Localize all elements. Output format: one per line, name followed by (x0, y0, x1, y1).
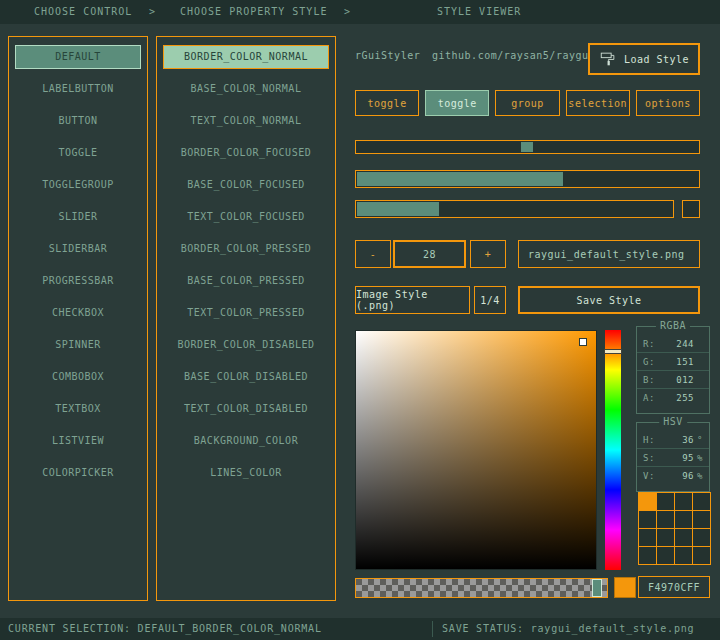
hex-value-box[interactable]: F4970CFF (638, 576, 710, 598)
property-list-item[interactable]: BORDER_COLOR_NORMAL (163, 45, 329, 69)
control-list-item[interactable]: SPINNER (15, 333, 141, 357)
control-list-item[interactable]: COLORPICKER (15, 461, 141, 485)
property-list-item[interactable]: TEXT_COLOR_PRESSED (163, 301, 329, 325)
alpha-handle[interactable] (592, 579, 602, 597)
property-list-item[interactable]: BASE_COLOR_NORMAL (163, 77, 329, 101)
palette-swatch[interactable] (657, 547, 675, 565)
property-list-item[interactable]: BORDER_COLOR_DISABLED (163, 333, 329, 357)
toggle-group-item[interactable]: options (636, 90, 700, 116)
property-list-item[interactable]: TEXT_COLOR_FOCUSED (163, 205, 329, 229)
rgba-group: RGBA R: 244 G: 151 B: 012 A: (636, 326, 710, 414)
load-style-label: Load Style (624, 54, 689, 65)
spinner-value-box[interactable]: 28 (393, 240, 466, 268)
hsv-group-label: HSV (659, 416, 687, 427)
control-list-item[interactable]: SLIDER (15, 205, 141, 229)
repo-link[interactable]: github.com/raysan5/raygui (432, 36, 595, 76)
control-list-item[interactable]: LABELBUTTON (15, 77, 141, 101)
style-viewer-panel: rGuiStyler github.com/raysan5/raygui Loa… (352, 36, 712, 601)
toggle-group-item[interactable]: group (495, 90, 559, 116)
toggle-group-item[interactable]: toggle (425, 90, 489, 116)
channel-value: 151 (676, 357, 694, 367)
palette-swatch[interactable] (639, 511, 657, 529)
rgba-value-row: G: 151 (637, 353, 709, 371)
palette-swatch[interactable] (693, 529, 711, 547)
channel-unit: ° (697, 435, 703, 445)
status-bar: CURRENT SELECTION: DEFAULT_BORDER_COLOR_… (0, 618, 720, 640)
rgba-group-label: RGBA (656, 320, 690, 331)
property-list-item[interactable]: TEXT_COLOR_DISABLED (163, 397, 329, 421)
palette-swatch[interactable] (657, 511, 675, 529)
rgba-rows: R: 244 G: 151 B: 012 A: 255 (637, 335, 709, 407)
hsv-value-row: H: 36 ° (637, 431, 709, 449)
palette-swatch[interactable] (639, 547, 657, 565)
property-list-item[interactable]: BASE_COLOR_DISABLED (163, 365, 329, 389)
checkbox[interactable] (682, 200, 700, 218)
property-list-item[interactable]: BASE_COLOR_PRESSED (163, 269, 329, 293)
hue-marker[interactable] (604, 349, 622, 354)
hsv-rows: H: 36 ° S: 95 % V: 96 % (637, 431, 709, 485)
control-list-item[interactable]: TOGGLE (15, 141, 141, 165)
palette-swatch[interactable] (675, 547, 693, 565)
load-style-button[interactable]: Load Style (588, 43, 700, 75)
spinner-decrement-button[interactable]: - (355, 240, 391, 268)
property-list-item[interactable]: BACKGROUND_COLOR (163, 429, 329, 453)
channel-label: G: (643, 357, 655, 367)
palette-swatch[interactable] (693, 511, 711, 529)
toggle-group-item[interactable]: toggle (355, 90, 419, 116)
color-picker-sv-area[interactable] (355, 330, 597, 570)
channel-value: 012 (676, 375, 694, 385)
filename-textbox[interactable]: raygui_default_style.png (518, 240, 700, 268)
toggle-group: toggletogglegroupselectionoptions (355, 90, 700, 116)
control-list-item[interactable]: TEXTBOX (15, 397, 141, 421)
palette-swatch[interactable] (639, 493, 657, 511)
control-list-item[interactable]: BUTTON (15, 109, 141, 133)
property-list-item[interactable]: BORDER_COLOR_PRESSED (163, 237, 329, 261)
palette-swatch[interactable] (693, 547, 711, 565)
breadcrumb-separator-icon: > (149, 0, 156, 24)
channel-unit: % (697, 453, 703, 463)
control-list-item[interactable]: COMBOBOX (15, 365, 141, 389)
status-divider (432, 621, 433, 637)
spinner-increment-button[interactable]: + (470, 240, 506, 268)
slider[interactable] (355, 140, 700, 154)
property-list-item[interactable]: TEXT_COLOR_NORMAL (163, 109, 329, 133)
channel-label: R: (643, 339, 655, 349)
hue-bar[interactable] (605, 330, 621, 570)
control-list-item[interactable]: DEFAULT (15, 45, 141, 69)
palette-swatch[interactable] (675, 493, 693, 511)
toggle-group-item[interactable]: selection (566, 90, 630, 116)
alpha-bar[interactable] (355, 578, 608, 598)
palette-swatch[interactable] (657, 529, 675, 547)
hsv-value-row: S: 95 % (637, 449, 709, 467)
control-list-item[interactable]: SLIDERBAR (15, 237, 141, 261)
image-style-combobox[interactable]: Image Style (.png) (355, 286, 470, 314)
save-style-button[interactable]: Save Style (518, 286, 700, 314)
control-list-item[interactable]: PROGRESSBAR (15, 269, 141, 293)
palette-swatch[interactable] (693, 493, 711, 511)
channel-label: S: (643, 453, 655, 463)
property-list-item[interactable]: BORDER_COLOR_FOCUSED (163, 141, 329, 165)
breadcrumb-separator-icon: > (344, 0, 351, 24)
palette-swatch[interactable] (675, 529, 693, 547)
control-list-item[interactable]: CHECKBOX (15, 301, 141, 325)
color-palette-grid (638, 492, 711, 565)
header-style-viewer: STYLE VIEWER (437, 0, 521, 24)
property-list-item[interactable]: BASE_COLOR_FOCUSED (163, 173, 329, 197)
paint-roller-icon (599, 50, 617, 68)
header-choose-control: CHOOSE CONTROL (34, 0, 132, 24)
slider-handle[interactable] (521, 142, 533, 152)
property-list-item[interactable]: LINES_COLOR (163, 461, 329, 485)
channel-label: V: (643, 471, 655, 481)
slider-bar[interactable] (355, 170, 700, 188)
rguistyler-window: CHOOSE CONTROL > CHOOSE PROPERTY STYLE >… (0, 0, 720, 640)
properties-list: BORDER_COLOR_NORMALBASE_COLOR_NORMALTEXT… (156, 36, 336, 601)
control-list-item[interactable]: TOGGLEGROUP (15, 173, 141, 197)
palette-swatch[interactable] (657, 493, 675, 511)
palette-swatch[interactable] (675, 511, 693, 529)
sv-marker[interactable] (579, 338, 587, 346)
palette-swatch[interactable] (639, 529, 657, 547)
combobox-counter[interactable]: 1/4 (474, 286, 506, 314)
progress-bar (355, 200, 674, 218)
rgba-value-row: R: 244 (637, 335, 709, 353)
control-list-item[interactable]: LISTVIEW (15, 429, 141, 453)
